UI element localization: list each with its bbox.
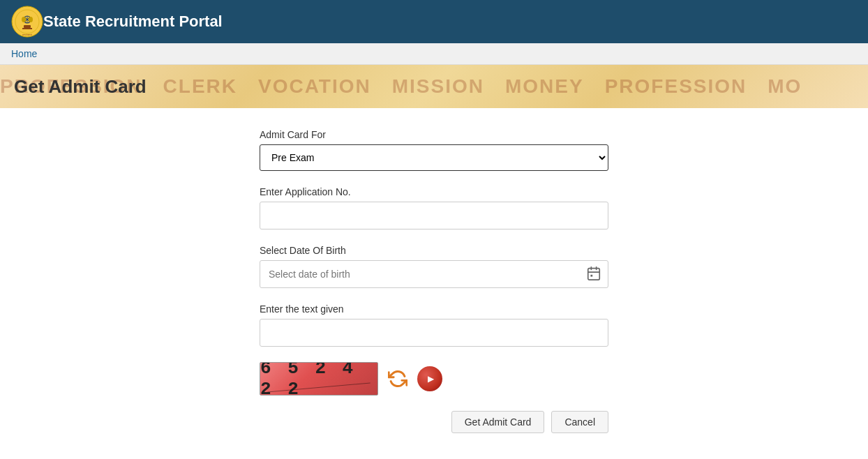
dob-group: Select Date Of Birth [260, 245, 608, 288]
svg-rect-12 [588, 269, 600, 280]
svg-text:सत्यमेव जयते: सत्यमेव जयते [22, 33, 33, 36]
page-banner: PROFESSION CLERK VOCATION MISSION MONEY … [0, 65, 868, 108]
dob-label: Select Date Of Birth [260, 245, 608, 256]
captcha-text-label: Enter the text given [260, 303, 608, 315]
captcha-image: 6 5 2 4 2 2 [260, 362, 378, 396]
page-title: Get Admit Card [14, 76, 147, 98]
svg-rect-16 [590, 275, 592, 277]
admit-card-for-group: Admit Card For Pre Exam Mains Exam [260, 129, 608, 171]
government-emblem: सत्यमेव जयते [11, 6, 43, 38]
calendar-icon[interactable] [586, 266, 603, 283]
cancel-button[interactable]: Cancel [551, 411, 608, 433]
application-no-input[interactable] [260, 202, 608, 230]
get-admit-card-button[interactable]: Get Admit Card [451, 411, 545, 433]
svg-point-10 [29, 17, 33, 22]
admit-card-form: Admit Card For Pre Exam Mains Exam Enter… [260, 129, 608, 433]
admit-card-for-select[interactable]: Pre Exam Mains Exam [260, 144, 608, 171]
refresh-captcha-icon[interactable] [387, 368, 409, 390]
form-button-row: Get Admit Card Cancel [260, 411, 608, 433]
application-no-group: Enter Application No. [260, 186, 608, 230]
dob-input[interactable] [260, 260, 608, 288]
svg-rect-3 [22, 28, 32, 29]
site-header: सत्यमेव जयते State Recruitment Portal [0, 0, 868, 43]
svg-rect-2 [24, 25, 31, 28]
navigation-bar: Home [0, 43, 868, 65]
captcha-row: 6 5 2 4 2 2 [260, 362, 608, 396]
dob-input-wrapper [260, 260, 608, 288]
main-content: Admit Card For Pre Exam Mains Exam Enter… [0, 108, 868, 454]
audio-captcha-icon[interactable] [417, 366, 442, 391]
admit-card-for-label: Admit Card For [260, 129, 608, 140]
site-title: State Recruitment Portal [43, 13, 223, 31]
captcha-text-input[interactable] [260, 319, 608, 347]
home-link[interactable]: Home [11, 48, 37, 59]
application-no-label: Enter Application No. [260, 186, 608, 197]
captcha-text-group: Enter the text given [260, 303, 608, 347]
svg-point-9 [22, 17, 26, 22]
